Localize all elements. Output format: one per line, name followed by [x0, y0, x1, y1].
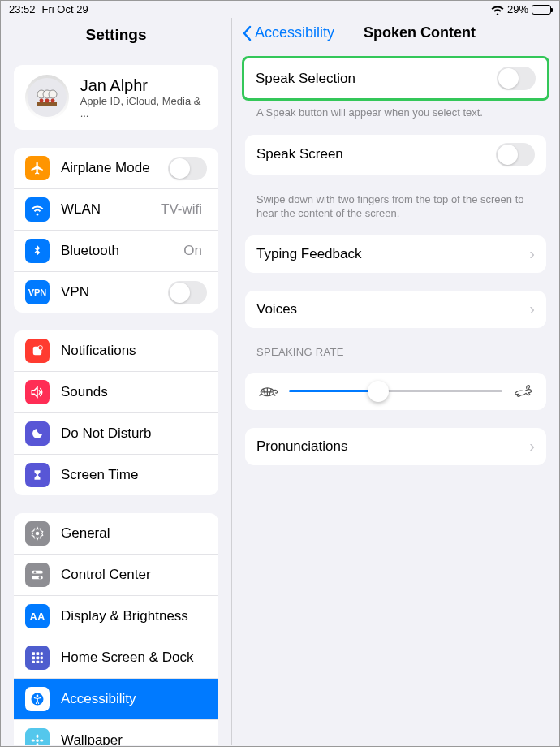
date: Fri Oct 29	[42, 3, 88, 15]
bell-icon	[25, 339, 50, 363]
svg-rect-1	[37, 102, 57, 106]
svg-rect-16	[32, 652, 35, 655]
svg-point-6	[45, 99, 49, 103]
vpn-toggle[interactable]	[168, 281, 207, 304]
hourglass-icon	[25, 463, 50, 487]
status-bar: 23:52 Fri Oct 29 29%	[1, 1, 559, 18]
sidebar-item-sounds[interactable]: Sounds	[14, 372, 218, 413]
svg-rect-12	[32, 571, 43, 574]
sidebar-item-bluetooth[interactable]: Bluetooth On	[14, 231, 218, 272]
svg-rect-21	[41, 657, 43, 660]
tortoise-icon	[258, 384, 279, 399]
svg-point-27	[36, 739, 39, 742]
apple-id-row[interactable]: Jan Alphr Apple ID, iCloud, Media & ...	[14, 65, 218, 130]
speak-screen-row[interactable]: Speak Screen	[245, 135, 546, 175]
sidebar-item-wlan[interactable]: WLAN TV-wifi	[14, 189, 218, 231]
speak-selection-row[interactable]: Speak Selection	[244, 58, 547, 98]
speaking-rate-slider-row	[245, 373, 546, 410]
highlight-box: Speak Selection	[242, 56, 549, 101]
svg-rect-19	[32, 657, 35, 660]
sidebar-item-wallpaper[interactable]: Wallpaper	[14, 720, 218, 745]
svg-point-4	[49, 90, 57, 98]
battery-icon	[532, 5, 551, 15]
svg-point-10	[39, 346, 43, 350]
wifi-icon	[25, 197, 50, 222]
speaking-rate-slider[interactable]	[289, 390, 502, 392]
settings-sidebar: Settings Jan Alphr Apple ID, iCloud, Med…	[1, 18, 232, 745]
svg-rect-24	[41, 661, 43, 663]
sidebar-item-vpn[interactable]: VPN VPN	[14, 272, 218, 313]
sidebar-title: Settings	[1, 18, 231, 55]
content-pane: Accessibility Spoken Content Speak Selec…	[232, 18, 559, 745]
avatar	[25, 75, 69, 120]
sidebar-item-dnd[interactable]: Do Not Disturb	[14, 413, 218, 455]
clock: 23:52	[9, 3, 36, 15]
chevron-right-icon: ›	[529, 244, 535, 263]
sidebar-item-notifications[interactable]: Notifications	[14, 330, 218, 372]
speak-screen-toggle[interactable]	[496, 143, 535, 166]
slider-thumb[interactable]	[368, 381, 389, 402]
svg-point-28	[37, 735, 39, 739]
wlan-value: TV-wifi	[161, 201, 202, 218]
voices-row[interactable]: Voices ›	[245, 291, 546, 328]
sidebar-item-general[interactable]: General	[14, 513, 218, 555]
bluetooth-value: On	[183, 243, 202, 259]
chevron-right-icon: ›	[529, 300, 535, 318]
pronunciations-row[interactable]: Pronunciations ›	[245, 428, 546, 465]
svg-point-29	[37, 743, 39, 745]
back-button[interactable]: Accessibility	[242, 24, 334, 41]
svg-rect-17	[37, 652, 40, 655]
speak-selection-footer: A Speak button will appear when you sele…	[232, 106, 559, 125]
profile-name: Jan Alphr	[80, 76, 207, 95]
svg-rect-13	[32, 576, 43, 580]
speaker-icon	[25, 380, 50, 404]
svg-point-7	[50, 99, 54, 103]
sidebar-item-screentime[interactable]: Screen Time	[14, 455, 218, 495]
sidebar-item-accessibility[interactable]: Accessibility	[14, 679, 218, 720]
vpn-icon: VPN	[25, 280, 50, 304]
svg-point-11	[36, 532, 40, 536]
svg-point-26	[37, 695, 39, 697]
svg-point-30	[32, 740, 36, 742]
svg-rect-22	[32, 661, 35, 663]
svg-point-14	[34, 571, 37, 573]
wifi-icon	[491, 5, 504, 15]
gear-icon	[25, 521, 50, 546]
accessibility-icon	[25, 687, 50, 711]
airplane-toggle[interactable]	[168, 157, 207, 180]
svg-rect-23	[37, 661, 40, 663]
sidebar-item-homescreen[interactable]: Home Screen & Dock	[14, 637, 218, 679]
chevron-left-icon	[242, 25, 253, 41]
hare-icon	[512, 384, 533, 399]
bluetooth-icon	[25, 239, 50, 263]
text-size-icon: AA	[25, 604, 50, 628]
svg-rect-18	[41, 652, 43, 655]
moon-icon	[25, 421, 50, 446]
speak-screen-footer: Swipe down with two fingers from the top…	[232, 192, 559, 226]
svg-point-5	[39, 99, 43, 103]
sidebar-item-controlcenter[interactable]: Control Center	[14, 555, 218, 596]
toggles-icon	[25, 563, 50, 587]
speaking-rate-header: SPEAKING RATE	[232, 346, 559, 363]
svg-point-15	[39, 576, 41, 579]
sidebar-item-airplane[interactable]: Airplane Mode	[14, 148, 218, 189]
airplane-icon	[25, 156, 50, 180]
svg-rect-20	[37, 657, 40, 660]
grid-icon	[25, 646, 50, 670]
chevron-right-icon: ›	[529, 437, 535, 456]
battery-percent: 29%	[507, 3, 528, 15]
svg-point-31	[40, 740, 44, 742]
profile-sub: Apple ID, iCloud, Media & ...	[80, 95, 207, 119]
speak-selection-toggle[interactable]	[497, 67, 536, 90]
typing-feedback-row[interactable]: Typing Feedback ›	[245, 235, 546, 273]
page-title: Spoken Content	[364, 24, 476, 41]
flower-icon	[25, 728, 50, 745]
sidebar-item-display[interactable]: AA Display & Brightness	[14, 596, 218, 637]
